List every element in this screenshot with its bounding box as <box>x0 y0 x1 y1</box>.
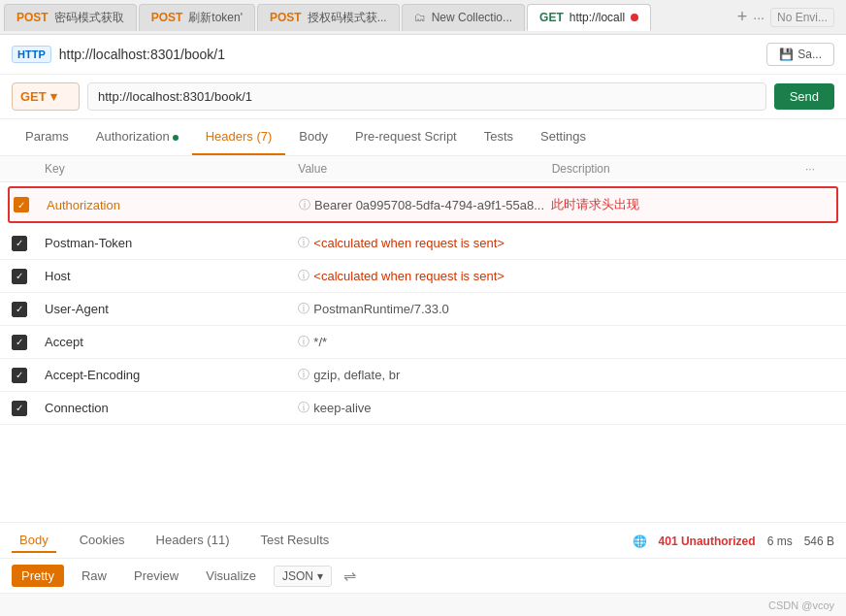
postman-token-value: <calculated when request is sent> <box>313 236 504 250</box>
chevron-down-icon: ▾ <box>50 89 57 104</box>
header-more[interactable]: ··· <box>805 162 834 176</box>
method-badge-5: GET <box>539 11 564 24</box>
status-badge: 401 Unauthorized <box>659 535 756 548</box>
connection-value: keep-alive <box>313 401 371 415</box>
connection-row: Connection ⓘ keep-alive <box>0 392 846 425</box>
bottom-tab-headers[interactable]: Headers (11) <box>148 529 238 553</box>
tab-body[interactable]: Body <box>285 119 342 155</box>
tab-post-1[interactable]: POST 密码模式获取 <box>4 4 137 31</box>
accept-encoding-info-icon[interactable]: ⓘ <box>298 367 309 383</box>
postman-token-row: Postman-Token ⓘ <calculated when request… <box>0 227 846 260</box>
auth-checkbox[interactable] <box>14 197 29 212</box>
auth-dot <box>173 135 179 141</box>
resp-tab-preview[interactable]: Preview <box>124 565 188 587</box>
send-button[interactable]: Send <box>774 83 834 110</box>
environment-selector[interactable]: No Envi... <box>770 8 834 27</box>
tab-params[interactable]: Params <box>12 119 82 155</box>
headers-table: Key Value Description ··· Authorization … <box>0 156 846 425</box>
auth-info-icon[interactable]: ⓘ <box>299 197 310 213</box>
method-select[interactable]: GET ▾ <box>12 82 80 111</box>
method-badge-1: POST <box>16 11 49 24</box>
tab-authorization[interactable]: Authorization <box>82 119 192 155</box>
host-value: <calculated when request is sent> <box>313 269 504 283</box>
globe-icon: 🌐 <box>633 535 647 548</box>
accept-encoding-row: Accept-Encoding ⓘ gzip, deflate, br <box>0 359 846 392</box>
resp-tab-pretty[interactable]: Pretty <box>12 565 64 587</box>
response-size: 546 B <box>804 535 834 548</box>
bottom-tab-body[interactable]: Body <box>12 529 56 553</box>
host-checkbox[interactable] <box>12 269 27 284</box>
save-label: Sa... <box>797 48 822 61</box>
connection-checkbox[interactable] <box>12 401 27 416</box>
tab-bar: POST 密码模式获取 POST 刷新token' POST 授权码模式获...… <box>0 0 846 35</box>
accept-encoding-checkbox[interactable] <box>12 368 27 383</box>
footer-credit: CSDN @vcoy <box>768 600 834 611</box>
resp-tab-visualize[interactable]: Visualize <box>196 565 266 587</box>
user-agent-row: User-Agent ⓘ PostmanRuntime/7.33.0 <box>0 293 846 326</box>
header-key: Key <box>45 162 298 176</box>
resp-tab-raw[interactable]: Raw <box>72 565 116 587</box>
table-header: Key Value Description ··· <box>0 156 846 182</box>
tab-post-3[interactable]: POST 授权码模式获... <box>257 4 400 31</box>
postman-token-key: Postman-Token <box>45 236 298 250</box>
host-info-icon[interactable]: ⓘ <box>298 268 309 284</box>
method-label: GET <box>20 89 47 104</box>
tabs-nav: Params Authorization Headers (7) Body Pr… <box>0 119 846 156</box>
user-agent-checkbox[interactable] <box>12 302 27 317</box>
auth-label: Authorization <box>96 129 170 144</box>
request-bar: GET ▾ Send <box>0 75 846 119</box>
http-badge: HTTP <box>12 46 51 63</box>
more-tabs-button[interactable]: ··· <box>753 10 765 25</box>
response-bar: Pretty Raw Preview Visualize JSON ▾ ⇌ <box>0 558 846 593</box>
auth-value: Bearer 0a995708-5dfa-4794-a9f1-55a8... <box>314 198 544 212</box>
postman-token-info-icon[interactable]: ⓘ <box>298 235 309 251</box>
tab-headers[interactable]: Headers (7) <box>192 119 286 155</box>
tab-label-4: New Collectio... <box>432 11 512 24</box>
tab-get-active[interactable]: GET http://locall <box>527 4 651 31</box>
accept-checkbox[interactable] <box>12 335 27 350</box>
connection-info-icon[interactable]: ⓘ <box>298 400 309 416</box>
postman-token-checkbox[interactable] <box>12 236 27 251</box>
tab-label-1: 密码模式获取 <box>54 10 124 26</box>
tab-prerequest[interactable]: Pre-request Script <box>342 119 471 155</box>
format-label: JSON <box>282 569 313 583</box>
url-input[interactable] <box>87 82 766 111</box>
header-value: Value <box>298 162 551 176</box>
tab-tests[interactable]: Tests <box>471 119 527 155</box>
bottom-tab-cookies[interactable]: Cookies <box>72 529 133 553</box>
tab-label-5: http://locall <box>569 11 625 24</box>
save-button[interactable]: 💾 Sa... <box>766 43 834 66</box>
host-key: Host <box>45 269 298 283</box>
tab-settings[interactable]: Settings <box>527 119 600 155</box>
accept-key: Accept <box>45 335 298 349</box>
user-agent-value: PostmanRuntime/7.33.0 <box>313 302 448 316</box>
tab-collection[interactable]: 🗂 New Collectio... <box>402 4 525 31</box>
format-select[interactable]: JSON ▾ <box>274 566 332 587</box>
tab-label-3: 授权码模式获... <box>308 10 387 26</box>
auth-key: Authorization <box>47 198 299 212</box>
accept-row: Accept ⓘ */* <box>0 326 846 359</box>
tab-post-2[interactable]: POST 刷新token' <box>139 4 255 31</box>
url-title: http://localhost:8301/book/1 <box>59 47 760 62</box>
bottom-tab-test-results[interactable]: Test Results <box>252 529 337 553</box>
tab-actions: + ··· No Envi... <box>737 7 842 27</box>
add-tab-button[interactable]: + <box>737 7 748 27</box>
accept-value: */* <box>313 335 327 349</box>
response-status-bar: 🌐 401 Unauthorized 6 ms 546 B <box>633 535 834 548</box>
connection-key: Connection <box>45 401 298 415</box>
collection-icon: 🗂 <box>414 11 426 24</box>
request-modified-dot <box>631 14 638 21</box>
user-agent-key: User-Agent <box>45 302 298 316</box>
accept-encoding-key: Accept-Encoding <box>45 368 298 382</box>
wrap-icon[interactable]: ⇌ <box>343 567 356 585</box>
chevron-down-icon: ▾ <box>317 569 323 583</box>
response-time: 6 ms <box>767 535 793 548</box>
accept-info-icon[interactable]: ⓘ <box>298 334 309 350</box>
bottom-bar: Body Cookies Headers (11) Test Results 🌐… <box>0 522 846 560</box>
auth-header-row: Authorization ⓘ Bearer 0a995708-5dfa-479… <box>8 186 838 223</box>
method-badge-3: POST <box>270 11 302 24</box>
method-badge-2: POST <box>151 11 183 24</box>
user-agent-info-icon[interactable]: ⓘ <box>298 301 309 317</box>
tab-label-2: 刷新token' <box>188 10 243 26</box>
save-icon: 💾 <box>779 48 794 61</box>
